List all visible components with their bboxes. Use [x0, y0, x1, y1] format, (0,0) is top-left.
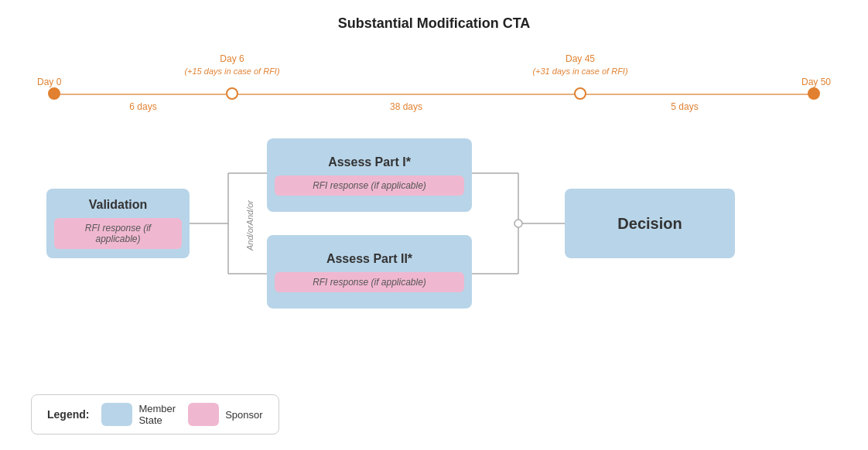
decision-box: Decision	[565, 189, 735, 258]
day45-label: Day 45 (+31 days in case of RFI)	[532, 53, 627, 77]
day6-label: Day 6 (+15 days in case of RFI)	[184, 53, 279, 77]
andor-text: And/or	[245, 200, 255, 225]
day0-label: Day 0	[37, 77, 61, 89]
validation-title: Validation	[89, 198, 148, 212]
assess1-title: Assess Part I*	[328, 155, 411, 169]
page-title: Substantial Modification CTA	[23, 15, 845, 32]
day50-label: Day 50	[801, 77, 831, 89]
legend-swatch-blue	[101, 403, 132, 426]
tl-dot-day6	[226, 87, 238, 100]
seg2-label: 38 days	[390, 101, 422, 112]
seg1-label: 6 days	[129, 101, 156, 112]
legend-label: Legend:	[47, 408, 89, 421]
legend-section: Legend: MemberState Sponsor	[31, 394, 279, 435]
flow-section: Validation RFI response (if applicable) …	[23, 131, 845, 316]
legend-swatch-pink	[188, 403, 219, 426]
assess2-box: Assess Part II* RFI response (if applica…	[267, 235, 472, 309]
decision-title: Decision	[617, 215, 682, 233]
assess2-title: Assess Part II*	[326, 252, 412, 266]
legend-sponsor-text: Sponsor	[225, 409, 262, 421]
validation-box: Validation RFI response (if applicable)	[46, 189, 190, 258]
legend-item-sponsor: Sponsor	[188, 403, 262, 426]
assess2-rfi: RFI response (if applicable)	[275, 272, 464, 292]
tl-dot-day45	[574, 87, 586, 100]
page-container: Substantial Modification CTA Day 0 Day 6…	[0, 0, 868, 450]
legend-item-member-state: MemberState	[101, 403, 176, 426]
legend-member-state-text: MemberState	[138, 403, 176, 426]
assess1-box: Assess Part I* RFI response (if applicab…	[267, 138, 472, 212]
validation-rfi: RFI response (if applicable)	[54, 218, 182, 249]
timeline-line	[54, 94, 814, 95]
timeline-section: Day 0 Day 6 (+15 days in case of RFI) Da…	[23, 46, 845, 115]
seg3-label: 5 days	[671, 101, 698, 112]
tl-dot-day50	[808, 87, 820, 100]
tl-dot-day0	[48, 87, 60, 100]
assess1-rfi: RFI response (if applicable)	[275, 176, 464, 196]
svg-point-7	[514, 220, 522, 227]
